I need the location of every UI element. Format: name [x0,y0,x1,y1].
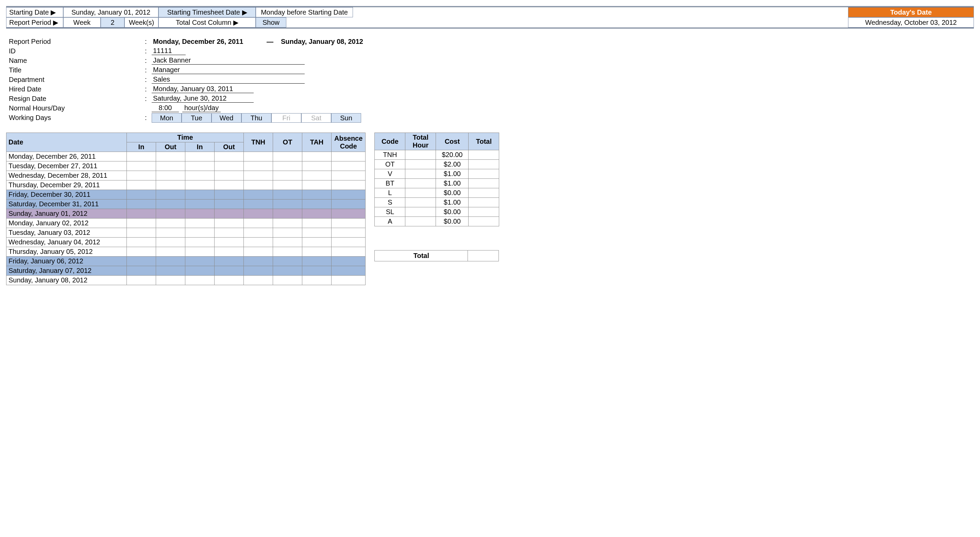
code-total[interactable] [469,198,499,207]
time-cell[interactable] [331,276,366,285]
cost-column-value[interactable]: Show [256,17,286,27]
time-cell[interactable] [215,209,244,219]
time-cell[interactable] [185,161,215,171]
time-cell[interactable] [215,152,244,161]
time-cell[interactable] [244,200,273,209]
time-cell[interactable] [331,266,366,276]
code-total[interactable] [469,188,499,198]
time-cell[interactable] [331,152,366,161]
time-cell[interactable] [302,219,331,228]
time-cell[interactable] [156,247,185,257]
time-cell[interactable] [244,152,273,161]
time-cell[interactable] [215,200,244,209]
time-cell[interactable] [302,152,331,161]
time-cell[interactable] [215,181,244,190]
time-cell[interactable] [185,152,215,161]
day-tue[interactable]: Tue [181,113,212,123]
time-cell[interactable] [215,171,244,181]
time-cell[interactable] [127,209,156,219]
code-hour[interactable] [405,207,436,217]
code-total[interactable] [469,169,499,179]
code-hour[interactable] [405,169,436,179]
time-cell[interactable] [185,247,215,257]
time-cell[interactable] [273,266,302,276]
code-total[interactable] [469,150,499,160]
time-cell[interactable] [273,209,302,219]
time-cell[interactable] [302,228,331,238]
time-cell[interactable] [127,181,156,190]
time-cell[interactable] [331,257,366,266]
day-wed[interactable]: Wed [212,113,242,123]
time-cell[interactable] [127,161,156,171]
time-cell[interactable] [244,219,273,228]
time-cell[interactable] [302,238,331,247]
time-cell[interactable] [244,161,273,171]
name-value[interactable]: Jack Banner [152,56,305,65]
time-cell[interactable] [331,171,366,181]
time-cell[interactable] [215,228,244,238]
time-cell[interactable] [273,247,302,257]
time-cell[interactable] [156,257,185,266]
time-cell[interactable] [156,209,185,219]
code-hour[interactable] [405,160,436,169]
time-cell[interactable] [185,190,215,200]
code-total[interactable] [469,179,499,188]
time-cell[interactable] [302,209,331,219]
day-mon[interactable]: Mon [152,113,181,123]
time-cell[interactable] [127,152,156,161]
time-cell[interactable] [185,266,215,276]
time-cell[interactable] [273,238,302,247]
time-cell[interactable] [215,247,244,257]
time-cell[interactable] [127,266,156,276]
title-value[interactable]: Manager [152,66,305,74]
time-cell[interactable] [273,228,302,238]
code-hour[interactable] [405,188,436,198]
time-cell[interactable] [244,171,273,181]
time-cell[interactable] [185,171,215,181]
code-hour[interactable] [405,217,436,226]
time-cell[interactable] [302,181,331,190]
time-cell[interactable] [331,209,366,219]
day-fri[interactable]: Fri [271,113,301,123]
time-cell[interactable] [127,276,156,285]
time-cell[interactable] [185,228,215,238]
week-count[interactable]: 2 [101,17,124,27]
time-cell[interactable] [331,238,366,247]
time-cell[interactable] [156,152,185,161]
time-cell[interactable] [156,200,185,209]
time-cell[interactable] [244,228,273,238]
time-cell[interactable] [185,200,215,209]
time-cell[interactable] [244,238,273,247]
normal-hours-value[interactable]: 8:00 [152,104,179,112]
starting-date-value[interactable]: Sunday, January 01, 2012 [63,7,159,17]
id-value[interactable]: 11111 [152,47,186,55]
time-cell[interactable] [215,276,244,285]
time-cell[interactable] [156,276,185,285]
time-cell[interactable] [302,257,331,266]
time-cell[interactable] [185,181,215,190]
time-cell[interactable] [273,219,302,228]
day-thu[interactable]: Thu [242,113,271,123]
time-cell[interactable] [185,257,215,266]
code-hour[interactable] [405,150,436,160]
code-hour[interactable] [405,179,436,188]
time-cell[interactable] [331,190,366,200]
time-cell[interactable] [156,171,185,181]
time-cell[interactable] [273,181,302,190]
time-cell[interactable] [302,171,331,181]
time-cell[interactable] [273,171,302,181]
time-cell[interactable] [273,161,302,171]
time-cell[interactable] [127,238,156,247]
code-total[interactable] [469,207,499,217]
time-cell[interactable] [302,190,331,200]
time-cell[interactable] [244,266,273,276]
time-cell[interactable] [156,266,185,276]
time-cell[interactable] [215,161,244,171]
time-cell[interactable] [156,228,185,238]
dept-value[interactable]: Sales [152,75,305,84]
timesheet-date-value[interactable]: Monday before Starting Date [256,7,353,17]
time-cell[interactable] [273,152,302,161]
time-cell[interactable] [156,238,185,247]
resign-value[interactable]: Saturday, June 30, 2012 [152,94,254,103]
time-cell[interactable] [127,171,156,181]
